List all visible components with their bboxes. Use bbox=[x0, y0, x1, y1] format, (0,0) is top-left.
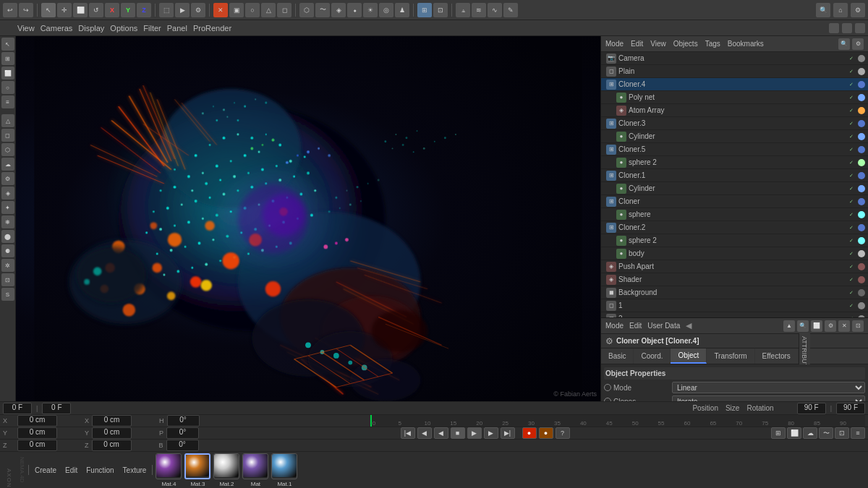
viewport[interactable]: © Fabian Aerts bbox=[16, 36, 600, 401]
obj-item-4[interactable]: ◈Atom Array✓ bbox=[601, 104, 868, 117]
home-btn[interactable]: ⌂ bbox=[833, 3, 848, 17]
obj-item-0[interactable]: 📷Camera✓ bbox=[601, 52, 868, 65]
obj-color-dot-19[interactable] bbox=[858, 302, 865, 309]
viewport-icon2[interactable] bbox=[842, 23, 852, 33]
obj-item-14[interactable]: ●sphere 2✓ bbox=[601, 234, 868, 247]
btn-timeline[interactable]: ⬜ bbox=[787, 427, 801, 439]
menu-panel[interactable]: Panel bbox=[167, 24, 187, 33]
scale-tool[interactable]: ⬜ bbox=[73, 3, 88, 17]
btn-stop[interactable]: ■ bbox=[451, 427, 465, 439]
obj-item-3[interactable]: ●Poly net✓ bbox=[601, 91, 868, 104]
obj-check-2[interactable]: ✓ bbox=[847, 80, 856, 89]
obj-item-6[interactable]: ●Cylinder✓ bbox=[601, 130, 868, 143]
menu-edit[interactable]: Edit bbox=[631, 40, 643, 48]
coord-x-size[interactable]: 0 cm bbox=[92, 415, 132, 427]
obj-color-dot-14[interactable] bbox=[858, 237, 865, 244]
menu-objects[interactable]: Objects bbox=[673, 40, 698, 48]
obj-check-20[interactable]: ✓ bbox=[847, 314, 856, 318]
menu-cameras[interactable]: Cameras bbox=[41, 24, 73, 33]
btn-play-back[interactable]: ◀ bbox=[434, 427, 448, 439]
obj-color-dot-0[interactable] bbox=[858, 55, 865, 62]
obj-item-20[interactable]: ◻2✓ bbox=[601, 312, 868, 317]
obj-check-1[interactable]: ✓ bbox=[847, 67, 856, 76]
obj-color-dot-20[interactable] bbox=[858, 315, 865, 318]
left-tool-14[interactable]: ⬤ bbox=[1, 230, 14, 243]
obj-item-7[interactable]: ⊞Cloner.5✓ bbox=[601, 143, 868, 156]
left-tool-7[interactable]: ◻ bbox=[1, 129, 14, 142]
obj-color-dot-2[interactable] bbox=[858, 81, 865, 88]
coord-b-rot[interactable]: 0° bbox=[166, 440, 199, 451]
character[interactable]: ♟ bbox=[395, 3, 409, 17]
props-icon2[interactable]: 🔍 bbox=[797, 320, 809, 332]
props-icon4[interactable]: ⚙ bbox=[825, 320, 836, 332]
hair[interactable]: ∿ bbox=[488, 3, 502, 17]
move-tool[interactable]: ✛ bbox=[57, 3, 72, 17]
left-tool-3[interactable]: ⬜ bbox=[1, 67, 14, 80]
obj-item-11[interactable]: ⊞Cloner✓ bbox=[601, 195, 868, 208]
redo-button[interactable]: ↪ bbox=[19, 3, 33, 17]
coord-y-size[interactable]: 0 cm bbox=[92, 427, 132, 439]
btn-prev-frame[interactable]: ◀ bbox=[417, 427, 432, 439]
menu-display[interactable]: Display bbox=[78, 24, 104, 33]
btn-function[interactable]: Function bbox=[83, 465, 116, 476]
left-tool-13[interactable]: ❋ bbox=[1, 215, 14, 228]
dynamics[interactable]: ≋ bbox=[472, 3, 486, 17]
obj-color-dot-3[interactable] bbox=[858, 94, 865, 101]
props-icon5[interactable]: ✕ bbox=[838, 320, 850, 332]
coord-p-rot[interactable]: 0° bbox=[166, 427, 199, 439]
btn-extra2[interactable]: ≡ bbox=[851, 427, 865, 439]
undo-button[interactable]: ↩ bbox=[3, 3, 17, 17]
deformers[interactable]: ⬥ bbox=[347, 3, 362, 17]
x-axis[interactable]: X bbox=[105, 3, 119, 17]
render-settings[interactable]: ⚙ bbox=[191, 3, 205, 17]
obj-color-dot-17[interactable] bbox=[858, 276, 865, 283]
obj-check-12[interactable]: ✓ bbox=[847, 210, 856, 219]
btn-create[interactable]: Create bbox=[32, 465, 59, 476]
obj-check-13[interactable]: ✓ bbox=[847, 223, 856, 232]
y-axis[interactable]: Y bbox=[121, 3, 135, 17]
rotate-tool[interactable]: ↺ bbox=[89, 3, 103, 17]
menu-view-obj[interactable]: View bbox=[650, 40, 666, 48]
mat-swatch-4[interactable] bbox=[271, 453, 297, 479]
btn-motion[interactable]: ☁ bbox=[803, 427, 817, 439]
edit-tab-mode[interactable]: Edit bbox=[629, 322, 642, 330]
edge-mode[interactable]: △ bbox=[261, 3, 276, 17]
mode-arrow-left[interactable]: ◀ bbox=[686, 321, 692, 330]
left-tool-9[interactable]: ☁ bbox=[1, 158, 14, 171]
props-icon6[interactable]: ⊡ bbox=[852, 320, 864, 332]
obj-item-17[interactable]: ◈Shader✓ bbox=[601, 273, 868, 286]
left-tool-4[interactable]: ○ bbox=[1, 81, 14, 94]
obj-color-dot-12[interactable] bbox=[858, 211, 865, 218]
obj-color-dot-11[interactable] bbox=[858, 198, 865, 205]
obj-item-10[interactable]: ●Cylinder✓ bbox=[601, 182, 868, 195]
model-mode[interactable]: ✕ bbox=[213, 3, 228, 17]
left-tool-11[interactable]: ◈ bbox=[1, 187, 14, 200]
left-tool-12[interactable]: ✦ bbox=[1, 201, 14, 214]
prop-clones-select[interactable]: IterateBlendRandom bbox=[672, 395, 865, 401]
menu-options[interactable]: Options bbox=[110, 24, 137, 33]
select-tool[interactable]: ↖ bbox=[41, 3, 56, 17]
obj-item-13[interactable]: ⊞Cloner.2✓ bbox=[601, 221, 868, 234]
end-frame-input[interactable]: 90 F bbox=[836, 403, 865, 414]
left-tool-10[interactable]: ⚙ bbox=[1, 172, 14, 185]
obj-check-7[interactable]: ✓ bbox=[847, 145, 856, 154]
obj-item-8[interactable]: ●sphere 2✓ bbox=[601, 156, 868, 169]
obj-color-dot-1[interactable] bbox=[858, 68, 865, 75]
obj-color-dot-5[interactable] bbox=[858, 120, 865, 127]
obj-item-16[interactable]: ◈Push Apart✓ bbox=[601, 260, 868, 273]
mograph-more[interactable]: ⊡ bbox=[433, 3, 448, 17]
obj-check-9[interactable]: ✓ bbox=[847, 171, 856, 180]
obj-check-16[interactable]: ✓ bbox=[847, 262, 856, 271]
obj-item-18[interactable]: ◼Background✓ bbox=[601, 286, 868, 299]
primitives[interactable]: ⬡ bbox=[299, 3, 314, 17]
obj-check-19[interactable]: ✓ bbox=[847, 301, 856, 310]
btn-texture[interactable]: Texture bbox=[120, 465, 150, 476]
prop-mode-circle[interactable] bbox=[604, 384, 611, 391]
left-tool-2[interactable]: ⊞ bbox=[1, 52, 14, 65]
obj-color-dot-6[interactable] bbox=[858, 133, 865, 140]
object-mode[interactable]: ▣ bbox=[229, 3, 244, 17]
coord-y-pos[interactable]: 0 cm bbox=[17, 427, 57, 439]
obj-color-dot-7[interactable] bbox=[858, 146, 865, 153]
obj-color-dot-10[interactable] bbox=[858, 185, 865, 192]
point-mode[interactable]: ◻ bbox=[277, 3, 292, 17]
